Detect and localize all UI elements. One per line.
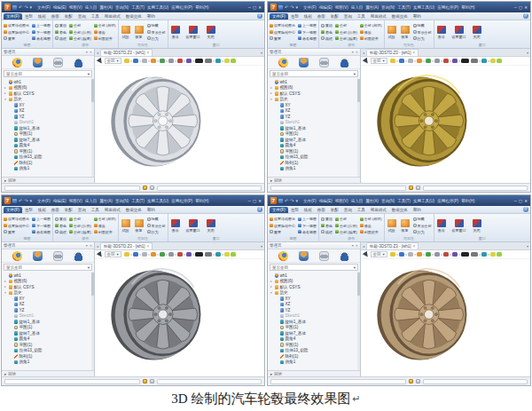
ribbon-tab-assembly[interactable]: 装配 — [328, 13, 341, 20]
panel-close-icon[interactable]: ✕ — [356, 243, 358, 248]
open-folder-icon[interactable] — [143, 379, 147, 383]
ribbon-button[interactable]: 剖面对齐 — [360, 230, 382, 234]
list-icon[interactable] — [150, 379, 154, 383]
ribbon-tab-inquire[interactable]: 查询 — [75, 207, 89, 213]
menu-inquire[interactable]: 查询(N) — [115, 199, 129, 203]
ribbon-button[interactable]: 重置 — [270, 230, 295, 234]
ribbon-button[interactable]: 命名视图 — [32, 230, 51, 234]
undo-icon[interactable]: ↶ — [285, 199, 288, 203]
visual-manager-icon[interactable] — [319, 58, 329, 67]
document-tab[interactable]: 轮毂-3DSTD.Z3 - [wh1] × — [100, 242, 153, 249]
ribbon-button[interactable]: 设置活动图元 — [4, 23, 29, 28]
tree-item[interactable]: 倒角1 — [4, 360, 90, 366]
history-manager-icon[interactable] — [278, 58, 288, 67]
display-style-icon[interactable] — [471, 252, 478, 257]
ribbon-button[interactable]: 全部 (精度) — [335, 230, 357, 234]
ribbon-button[interactable]: 显示全部 — [413, 30, 432, 35]
maximize-button[interactable]: ▢ — [519, 5, 522, 10]
ribbon-button[interactable]: 剖面对齐 — [360, 36, 382, 41]
ribbon-tab-help[interactable]: 帮助 — [411, 13, 424, 20]
tree-item[interactable]: 倒角1 — [270, 360, 356, 366]
ribbon-button[interactable]: 显示全部 — [147, 30, 166, 35]
menu-insert[interactable]: 插入(I) — [351, 199, 363, 203]
ribbon-button[interactable]: 命名视图 — [32, 36, 51, 41]
help-icon[interactable]: ? — [523, 13, 528, 19]
undo-icon[interactable]: ↶ — [19, 5, 22, 10]
help-icon[interactable]: ? — [257, 13, 262, 19]
measure-icon[interactable] — [452, 59, 458, 64]
model-canvas[interactable] — [361, 259, 530, 376]
history-manager-icon[interactable] — [12, 58, 22, 67]
ribbon-tab-data-exchange[interactable]: 数据交换 — [123, 207, 145, 213]
ribbon-button[interactable]: 全部 (拉伸) — [335, 30, 357, 35]
layer-manager-icon[interactable] — [74, 58, 83, 67]
tab-more-icon[interactable]: ▾ — [527, 51, 528, 55]
menu-inquire[interactable]: 查询(N) — [115, 5, 129, 10]
redo-icon[interactable]: ↷ — [24, 5, 27, 10]
history-manager-icon[interactable] — [278, 251, 288, 261]
save-icon[interactable] — [12, 199, 17, 203]
model-canvas[interactable] — [95, 259, 264, 376]
menu-utilities[interactable]: 实用工具(U) — [147, 199, 168, 203]
render-icon[interactable] — [497, 59, 502, 64]
tab-close-icon[interactable]: × — [147, 244, 150, 249]
ribbon-tab-visual-style[interactable]: 视觉样式 — [102, 13, 123, 20]
light-icon[interactable] — [224, 59, 230, 64]
zoom-icon[interactable] — [408, 252, 413, 257]
menu-utilities[interactable]: 实用工具(U) — [413, 5, 434, 10]
model-canvas[interactable] — [361, 66, 530, 183]
ribbon-big-button[interactable]: 拭除 — [387, 215, 397, 236]
menu-attributes[interactable]: 属性(A) — [99, 199, 113, 203]
ribbon-tab-data-exchange[interactable]: 数据交换 — [389, 13, 411, 20]
ribbon-big-button[interactable]: 拭除 — [387, 21, 397, 43]
menu-file[interactable]: 文件(F) — [303, 199, 317, 203]
ribbon-button[interactable]: 下一视图 — [32, 30, 51, 35]
ribbon-button[interactable]: 设置旋转中心 — [4, 30, 29, 35]
ribbon-button[interactable]: 重画 — [321, 217, 332, 221]
ribbon-button[interactable]: 全部 (拉伸) — [69, 224, 91, 228]
ribbon-button[interactable]: 重置 — [270, 36, 295, 41]
ribbon-button[interactable]: 上一视图 — [32, 217, 51, 221]
rotate-icon[interactable] — [426, 252, 431, 257]
ribbon-tab-wireframe[interactable]: 线框 — [301, 13, 315, 20]
ribbon-tab-visual-style[interactable]: 视觉样式 — [102, 207, 123, 213]
menu-inquire[interactable]: 查询(N) — [381, 5, 395, 10]
ribbon-button[interactable]: 全部 (相切) — [94, 23, 116, 28]
ribbon-tab-file[interactable]: 文件(F) — [270, 13, 288, 20]
ribbon-tab-wireframe[interactable]: 线框 — [301, 207, 315, 213]
visual-manager-icon[interactable] — [319, 251, 329, 261]
ribbon-tab-visual-style[interactable]: 视觉样式 — [368, 13, 389, 20]
ribbon-tab-tools[interactable]: 工具 — [355, 13, 368, 20]
ribbon-button[interactable]: 全部 — [335, 23, 357, 28]
ribbon-button[interactable]: 设置旋转中心 — [270, 224, 295, 228]
section-view-icon[interactable] — [215, 59, 221, 64]
ribbon-button[interactable]: 显示全部 — [413, 224, 432, 228]
menu-attributes[interactable]: 属性(A) — [99, 5, 113, 10]
save-icon[interactable] — [278, 5, 283, 10]
menu-view[interactable]: 视图(V) — [335, 5, 348, 10]
wheel-3d-model[interactable] — [373, 67, 481, 176]
ribbon-button[interactable]: 线框 — [321, 230, 332, 234]
ribbon-button[interactable]: 全部 — [69, 23, 91, 28]
menu-tools[interactable]: 工具(T) — [131, 5, 145, 10]
selection-filter-dropdown[interactable]: 全部▾ — [371, 251, 387, 257]
ribbon-big-button[interactable]: 设置窗口 — [185, 215, 201, 236]
save-icon[interactable] — [278, 199, 283, 203]
ribbon-button[interactable]: 下一视图 — [298, 30, 317, 35]
ribbon-button[interactable]: 全部 — [69, 217, 91, 221]
panel-close-icon[interactable]: ✕ — [90, 243, 92, 248]
menu-tools[interactable]: 工具(T) — [397, 5, 411, 10]
tab-close-icon[interactable]: × — [413, 51, 416, 55]
tab-nav-left-icon[interactable]: ◂ — [363, 244, 364, 249]
ribbon-tab-visual-style[interactable]: 视觉样式 — [368, 207, 389, 213]
wheel-3d-model[interactable] — [107, 261, 215, 369]
tree-filter-dropdown[interactable]: 显示全部 ▾ — [4, 264, 92, 271]
assembly-manager-icon[interactable] — [299, 58, 309, 67]
ribbon-tab-assembly[interactable]: 装配 — [62, 207, 75, 213]
ribbon-tab-file[interactable]: 文件(F) — [4, 13, 22, 20]
ribbon-button[interactable]: 命名视图 — [298, 36, 317, 41]
ribbon-button[interactable]: 设置活动图元 — [4, 217, 29, 221]
ribbon-tab-file[interactable]: 文件(F) — [4, 207, 22, 213]
document-tab[interactable]: 轮毂-3DSTD.Z3 - [wh1] × — [366, 242, 419, 249]
menu-help[interactable]: 帮助(H) — [195, 199, 208, 203]
